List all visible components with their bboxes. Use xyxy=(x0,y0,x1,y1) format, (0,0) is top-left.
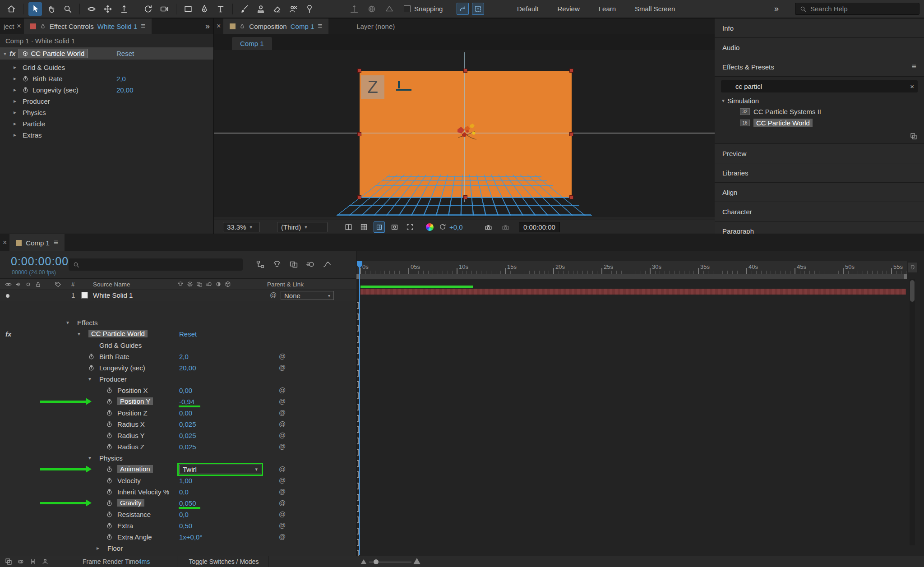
current-time-indicator-line[interactable] xyxy=(359,261,360,555)
pick-whip-icon[interactable]: @ xyxy=(279,510,286,518)
stopwatch-icon[interactable] xyxy=(106,477,113,484)
workspace-learn[interactable]: Learn xyxy=(592,3,622,14)
pick-whip-icon[interactable]: @ xyxy=(279,431,286,439)
pick-whip-icon[interactable]: @ xyxy=(279,397,286,405)
stopwatch-icon[interactable] xyxy=(22,75,29,83)
close-icon[interactable]: × xyxy=(214,22,223,30)
snapshot-camera-icon[interactable] xyxy=(483,222,494,233)
effects-category-simulation[interactable]: ▾ Simulation xyxy=(715,95,924,106)
stopwatch-icon[interactable] xyxy=(88,353,95,360)
panel-menu-icon[interactable]: ≡ xyxy=(54,238,58,247)
stopwatch-icon[interactable] xyxy=(106,420,113,428)
zoom-tool[interactable] xyxy=(61,2,74,16)
pick-whip-icon[interactable]: @ xyxy=(279,420,286,428)
timeline-row-birth-rate[interactable]: Birth Rate2,0@ xyxy=(0,351,356,362)
twirl-arrow-icon[interactable]: ▸ xyxy=(14,64,16,70)
tab-layer[interactable]: Layer (none) xyxy=(356,23,395,30)
effect-row-longevity-sec[interactable]: ▸Longevity (sec)20,00 xyxy=(0,85,213,96)
timeline-row-radius-x[interactable]: Radius X0,025@ xyxy=(0,419,356,430)
stopwatch-icon[interactable] xyxy=(22,86,29,94)
stopwatch-icon[interactable] xyxy=(106,511,113,518)
eraser-tool[interactable] xyxy=(270,2,284,16)
preview-timecode[interactable]: 0:00:00:00 xyxy=(519,222,560,232)
timeline-row-position-z[interactable]: Position Z0,00@ xyxy=(0,408,356,419)
selection-handle[interactable] xyxy=(569,132,573,136)
reset-exposure-icon[interactable] xyxy=(439,223,447,231)
selection-handle[interactable] xyxy=(463,69,467,73)
property-value[interactable]: -0,94 xyxy=(179,398,194,406)
effect-item-label[interactable]: CC Particle Systems II xyxy=(753,108,821,115)
effect-item-label[interactable]: CC Particle World xyxy=(753,119,813,127)
toggle-switches-modes-button[interactable]: Toggle Switches / Modes xyxy=(180,558,268,565)
property-value[interactable]: 0,0 xyxy=(179,488,189,496)
roi-icon[interactable] xyxy=(404,221,416,233)
brush-tool[interactable] xyxy=(238,2,251,16)
property-value[interactable]: 0,00 xyxy=(179,409,192,417)
property-value[interactable]: 0,00 xyxy=(179,387,192,394)
property-value[interactable]: 0,0 xyxy=(179,511,189,518)
property-value[interactable]: 20,00 xyxy=(116,86,134,94)
pick-whip-icon[interactable]: @ xyxy=(279,521,286,529)
animation-dropdown[interactable]: Twirl▾ xyxy=(179,465,261,474)
timeline-row-position-x[interactable]: Position X0,00@ xyxy=(0,385,356,396)
layer-duration-bar[interactable] xyxy=(360,289,906,295)
snapping-checkbox[interactable] xyxy=(404,5,411,12)
person-icon[interactable] xyxy=(41,558,49,566)
zoom-in-mountain-icon[interactable] xyxy=(413,558,420,564)
workspace-review[interactable]: Review xyxy=(551,3,586,14)
rotation-tool[interactable] xyxy=(141,2,155,16)
pick-whip-icon[interactable]: @ xyxy=(279,476,286,484)
twirl-arrow-icon[interactable]: ▸ xyxy=(14,120,16,127)
twirl-arrow-icon[interactable]: ▸ xyxy=(14,87,16,93)
dolly-camera-tool[interactable] xyxy=(117,2,131,16)
timeline-row-physics[interactable]: ▾Physics xyxy=(0,453,356,464)
selection-handle[interactable] xyxy=(357,195,361,199)
pen-tool[interactable] xyxy=(198,2,211,16)
show-snapshot-icon[interactable] xyxy=(500,222,511,233)
exposure-value[interactable]: +0,0 xyxy=(449,223,463,231)
property-value[interactable]: 0,025 xyxy=(179,420,196,428)
timeline-row-extra[interactable]: Extra0,50@ xyxy=(0,521,356,531)
clone-stamp-tool[interactable] xyxy=(254,2,268,16)
stopwatch-icon[interactable] xyxy=(106,409,113,417)
twirl-arrow-icon[interactable]: ▾ xyxy=(66,319,69,326)
timeline-row-inherit-velocity[interactable]: Inherit Velocity %0,0@ xyxy=(0,487,356,498)
stopwatch-icon[interactable] xyxy=(106,522,113,530)
twirl-arrow-icon[interactable]: ▾ xyxy=(78,331,80,337)
stopwatch-icon[interactable] xyxy=(106,387,113,394)
timeline-row-resistance[interactable]: Resistance0,0@ xyxy=(0,509,356,520)
reset-link[interactable]: Reset xyxy=(116,50,134,57)
panel-header-effects-presets[interactable]: Effects & Presets ≡ xyxy=(715,57,924,77)
mask-icon[interactable] xyxy=(389,221,400,233)
twirl-arrow-icon[interactable]: ▾ xyxy=(88,455,91,461)
channel-color-wheel-icon[interactable] xyxy=(426,223,434,231)
effect-row-extras[interactable]: ▸Extras xyxy=(0,130,213,141)
local-axis-mode[interactable] xyxy=(347,2,361,16)
home-tool[interactable] xyxy=(5,2,18,16)
timeline-row-position-y[interactable]: Position Y-0,94@ xyxy=(0,396,356,407)
create-solid-icon[interactable] xyxy=(910,132,918,140)
stopwatch-icon[interactable] xyxy=(106,443,113,451)
project-tab-fragment[interactable]: ject xyxy=(0,23,14,30)
rectangle-tool[interactable] xyxy=(181,2,195,16)
resolution-dropdown[interactable]: (Third) ▾ xyxy=(277,222,328,232)
venn-icon[interactable] xyxy=(17,558,25,566)
property-value[interactable]: 1x+0,0° xyxy=(179,533,202,541)
type-tool[interactable] xyxy=(214,2,227,16)
hand-tool[interactable] xyxy=(45,2,58,16)
close-icon[interactable]: × xyxy=(14,22,23,30)
tab-effect-controls[interactable]: Effect Controls White Solid 1 ≡ xyxy=(24,18,152,34)
view-axis-mode[interactable] xyxy=(383,2,396,16)
scrollbar-thumb[interactable] xyxy=(910,280,915,302)
timeline-row-extra-angle[interactable]: Extra Angle1x+0,0°@ xyxy=(0,532,356,543)
camera-tool[interactable] xyxy=(157,2,171,16)
selection-handle[interactable] xyxy=(569,195,573,199)
panel-menu-icon[interactable]: ≡ xyxy=(141,22,145,31)
more-workspaces-button[interactable]: » xyxy=(774,4,779,14)
panel-menu-icon[interactable]: ≡ xyxy=(318,22,322,31)
panel-header-paragraph[interactable]: Paragraph xyxy=(715,221,924,234)
transparency-grid-icon[interactable] xyxy=(374,221,385,233)
tab-timeline-comp1[interactable]: Comp 1 ≡ xyxy=(9,234,64,251)
pick-whip-icon[interactable]: @ xyxy=(279,465,286,473)
selection-handle[interactable] xyxy=(357,132,361,136)
